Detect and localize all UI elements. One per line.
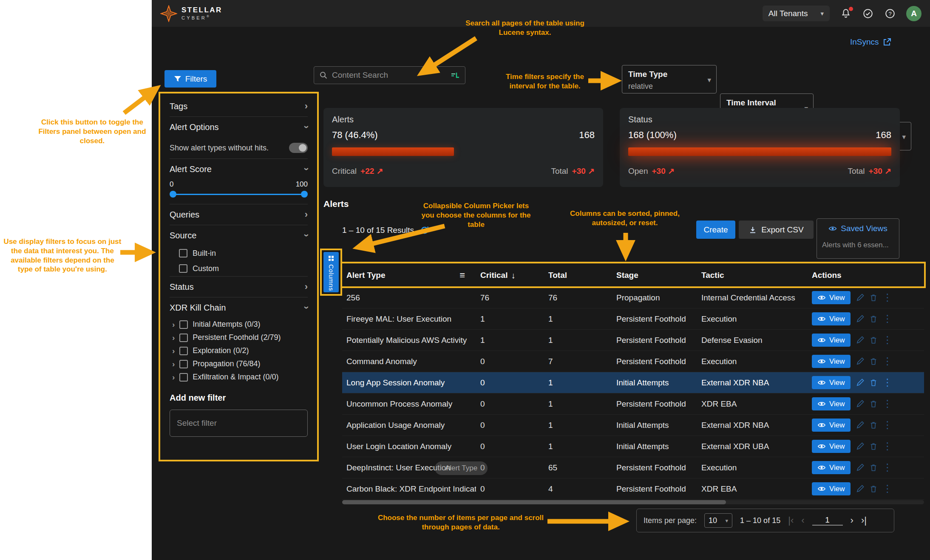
view-button[interactable]: View	[812, 334, 851, 347]
header-tactic[interactable]: Tactic	[697, 271, 808, 280]
delete-icon[interactable]	[870, 379, 877, 387]
alert-score-slider[interactable]	[170, 189, 308, 201]
filter-section-queries[interactable]: Queries ›	[170, 204, 308, 225]
avatar[interactable]: A	[906, 6, 921, 21]
delete-icon[interactable]	[870, 421, 877, 429]
view-button[interactable]: View	[812, 376, 851, 389]
first-page-button[interactable]: |‹	[788, 516, 794, 525]
more-actions-icon[interactable]: ⋮	[883, 420, 893, 430]
show-alert-types-toggle[interactable]	[289, 143, 308, 153]
edit-icon[interactable]	[856, 357, 864, 365]
column-menu-icon[interactable]: ≡	[459, 270, 465, 281]
kill-chain-item[interactable]: › Exploration (0/2)	[170, 344, 308, 357]
checkbox-icon[interactable]	[179, 320, 188, 329]
tenant-selector[interactable]: All Tenants ▾	[763, 6, 830, 21]
source-option-custom[interactable]: Custom	[170, 261, 308, 276]
expander-icon[interactable]: ›	[172, 359, 175, 369]
edit-icon[interactable]	[856, 421, 864, 429]
page-number-input[interactable]	[812, 515, 843, 526]
prev-page-button[interactable]: ‹	[801, 516, 804, 525]
search-input[interactable]	[332, 71, 446, 80]
tasks-check-icon[interactable]	[862, 8, 874, 20]
kill-chain-item[interactable]: › Propagation (76/84)	[170, 357, 308, 371]
more-actions-icon[interactable]: ⋮	[883, 314, 893, 324]
more-actions-icon[interactable]: ⋮	[883, 484, 893, 494]
more-actions-icon[interactable]: ⋮	[883, 335, 893, 345]
kill-chain-item[interactable]: › Persistent Foothold (2/79)	[170, 331, 308, 344]
view-button[interactable]: View	[812, 355, 851, 368]
create-button[interactable]: Create	[696, 221, 735, 239]
edit-icon[interactable]	[856, 379, 864, 387]
delete-icon[interactable]	[870, 400, 877, 408]
view-button[interactable]: View	[812, 461, 851, 474]
delete-icon[interactable]	[870, 336, 877, 344]
table-row[interactable]: Carbon Black: XDR Endpoint Indicator 0 4…	[342, 478, 924, 500]
export-csv-button[interactable]: Export CSV	[739, 221, 814, 239]
more-actions-icon[interactable]: ⋮	[883, 293, 893, 303]
checkbox-icon[interactable]	[179, 249, 187, 257]
filters-toggle-button[interactable]: Filters	[164, 70, 216, 88]
view-button[interactable]: View	[812, 291, 851, 304]
scrollbar-thumb[interactable]	[342, 500, 726, 504]
more-actions-icon[interactable]: ⋮	[883, 399, 893, 409]
view-button[interactable]: View	[812, 440, 851, 453]
filter-section-tags[interactable]: Tags ›	[170, 96, 308, 116]
slider-handle-min[interactable]	[170, 191, 176, 198]
filter-section-alert-score[interactable]: Alert Score ›	[170, 159, 308, 179]
expander-icon[interactable]: ›	[172, 320, 175, 329]
view-button[interactable]: View	[812, 397, 851, 410]
more-actions-icon[interactable]: ⋮	[883, 463, 893, 472]
table-row[interactable]: Potentially Malicious AWS Activity 1 1 P…	[342, 330, 924, 351]
filter-section-alert-options[interactable]: Alert Options ›	[170, 117, 308, 137]
delete-icon[interactable]	[870, 357, 877, 365]
table-row[interactable]: Fireeye MAL: User Execution 1 1 Persiste…	[342, 308, 924, 330]
checkbox-icon[interactable]	[179, 347, 188, 355]
kill-chain-item[interactable]: › Exfiltration & Impact (0/0)	[170, 371, 308, 384]
edit-icon[interactable]	[856, 336, 864, 344]
edit-icon[interactable]	[856, 400, 864, 408]
filter-section-source[interactable]: Source ›	[170, 225, 308, 246]
insyncs-link[interactable]: InSyncs	[850, 37, 891, 47]
delete-icon[interactable]	[870, 315, 877, 323]
delete-icon[interactable]	[870, 464, 877, 472]
table-row[interactable]: Command Anomaly 0 7 Persistent Foothold …	[342, 351, 924, 372]
table-row[interactable]: Application Usage Anomaly 0 1 Initial At…	[342, 415, 924, 436]
more-actions-icon[interactable]: ⋮	[883, 378, 893, 387]
checkbox-icon[interactable]	[179, 334, 188, 342]
checkbox-icon[interactable]	[179, 373, 188, 382]
items-per-page-select[interactable]: 10 ▾	[704, 513, 732, 528]
more-actions-icon[interactable]: ⋮	[883, 356, 893, 366]
view-button[interactable]: View	[812, 312, 851, 325]
more-actions-icon[interactable]: ⋮	[883, 441, 893, 451]
source-option-built-in[interactable]: Built-in	[170, 246, 308, 261]
last-page-button[interactable]: ›|	[861, 516, 867, 525]
delete-icon[interactable]	[870, 294, 877, 302]
table-row[interactable]: 256 76 76 Propagation Internal Credentia…	[342, 287, 924, 308]
filter-section-kill-chain[interactable]: XDR Kill Chain ›	[170, 297, 308, 318]
table-row[interactable]: DeepInstinct: User Execution 0 65 Persis…	[342, 457, 924, 478]
delete-icon[interactable]	[870, 485, 877, 493]
table-row[interactable]: User Login Location Anomaly 0 1 Initial …	[342, 436, 924, 457]
slider-handle-max[interactable]	[301, 191, 308, 198]
edit-icon[interactable]	[856, 294, 864, 302]
next-page-button[interactable]: ›	[851, 516, 853, 525]
header-critical[interactable]: Critical ↓	[476, 271, 544, 280]
checkbox-icon[interactable]	[179, 264, 187, 273]
horizontal-scrollbar[interactable]	[342, 500, 924, 504]
saved-views[interactable]: Saved Views Alerts with 6 essen...	[817, 218, 899, 259]
edit-icon[interactable]	[856, 315, 864, 323]
expander-icon[interactable]: ›	[172, 346, 175, 356]
edit-icon[interactable]	[856, 464, 864, 472]
kill-chain-item[interactable]: › Initial Attempts (0/3)	[170, 318, 308, 331]
lucene-icon[interactable]	[451, 72, 460, 79]
header-total[interactable]: Total	[544, 271, 612, 280]
expander-icon[interactable]: ›	[172, 373, 175, 382]
table-row[interactable]: Uncommon Process Anomaly 0 1 Persistent …	[342, 393, 924, 415]
columns-picker-button[interactable]: Columns	[323, 252, 339, 292]
time-type-select[interactable]: Time Type relative ▾	[622, 65, 717, 93]
edit-icon[interactable]	[856, 442, 864, 450]
filter-section-status[interactable]: Status ›	[170, 277, 308, 297]
header-alert-type[interactable]: Alert Type ≡	[342, 270, 476, 281]
help-icon[interactable]	[884, 8, 896, 20]
view-button[interactable]: View	[812, 482, 851, 495]
